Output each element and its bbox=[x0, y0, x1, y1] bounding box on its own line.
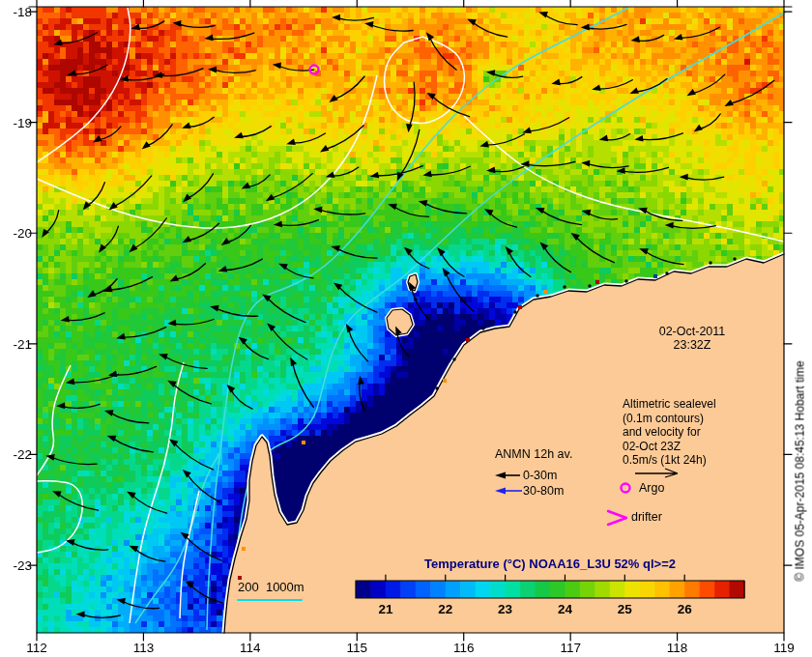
colorbar-tick-label: 23 bbox=[491, 602, 520, 616]
x-axis-label: 114 bbox=[233, 641, 268, 655]
y-axis-label: -23 bbox=[1, 558, 32, 573]
x-axis-label: 115 bbox=[339, 641, 374, 655]
y-axis-label: -22 bbox=[1, 447, 32, 462]
anmn-legend-30-80m: 30-80m bbox=[523, 484, 564, 498]
altimetry-note: Altimetric sealevel(0.1m contours)and ve… bbox=[623, 398, 768, 469]
copyright-watermark: © IMOS 05-Apr-2015 08:45:13 Hobart time bbox=[795, 317, 809, 626]
y-axis-label: -20 bbox=[1, 226, 32, 241]
argo-legend-label: Argo bbox=[639, 481, 664, 495]
y-axis-label: -18 bbox=[1, 5, 32, 19]
imos-sst-map-page: { "page": {"width": 840, "height": 680, … bbox=[0, 0, 812, 657]
colorbar-title: Temperature (°C) NOAA16_L3U 52% ql>=2 bbox=[356, 557, 744, 572]
colorbar-tick-label: 26 bbox=[670, 602, 699, 616]
anmn-legend-title: ANMN 12h av. bbox=[495, 447, 572, 461]
x-axis-label: 118 bbox=[660, 641, 695, 655]
colorbar-tick-label: 21 bbox=[371, 602, 400, 616]
x-axis-label: 119 bbox=[767, 641, 801, 655]
drifter-legend-label: drifter bbox=[631, 510, 662, 524]
x-axis-label: 113 bbox=[126, 641, 160, 655]
y-axis-label: -21 bbox=[1, 337, 32, 352]
altimetry-note-line: and velocity for bbox=[623, 426, 768, 441]
colorbar-tick-label: 25 bbox=[610, 602, 639, 616]
map-date: 02-Oct-2011 bbox=[628, 325, 756, 338]
colorbar-tick-label: 24 bbox=[550, 602, 579, 616]
x-axis-label: 112 bbox=[19, 641, 54, 655]
x-axis-label: 117 bbox=[553, 641, 588, 655]
anmn-legend-0-30m: 0-30m bbox=[523, 469, 557, 482]
altimetry-note-line: 02-Oct 23Z bbox=[623, 441, 768, 455]
isobath-scale-label: 200 1000m bbox=[238, 581, 304, 595]
altimetry-note-line: 0.5m/s (1kt 24h) bbox=[623, 454, 768, 469]
y-axis-label: -19 bbox=[1, 116, 32, 130]
altimetry-note-line: Altimetric sealevel bbox=[623, 398, 768, 413]
map-datetime: 02-Oct-2011 23:32Z bbox=[628, 325, 756, 352]
colorbar-tick-label: 22 bbox=[431, 602, 460, 616]
x-axis-label: 116 bbox=[447, 641, 481, 655]
map-time: 23:32Z bbox=[628, 338, 756, 352]
altimetry-note-line: (0.1m contours) bbox=[623, 413, 768, 427]
